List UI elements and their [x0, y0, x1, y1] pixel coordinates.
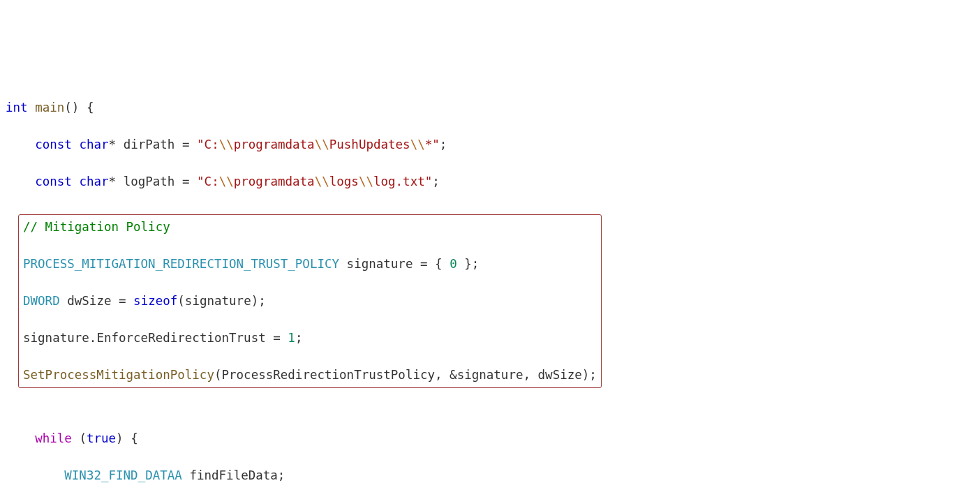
- str: PushUpdates: [329, 138, 410, 151]
- code-line: const char* logPath = "C:\\programdata\\…: [6, 172, 974, 191]
- esc: \\: [315, 138, 329, 151]
- esc: \\: [359, 175, 373, 188]
- code-line: signature.EnforceRedirectionTrust = 1;: [23, 329, 597, 348]
- type-policy: PROCESS_MITIGATION_REDIRECTION_TRUST_POL…: [23, 257, 339, 271]
- quote: ": [197, 138, 205, 151]
- blank-line: [6, 392, 974, 411]
- star: *: [109, 175, 117, 188]
- semi: ;: [432, 175, 440, 188]
- paren: ): [116, 431, 124, 445]
- quote: ": [425, 175, 433, 188]
- brace-open: {: [435, 257, 443, 271]
- semi: ;: [589, 368, 597, 382]
- code-block: int main() { const char* dirPath = "C:\\…: [6, 80, 974, 490]
- id: signature: [23, 331, 89, 345]
- code-line: WIN32_FIND_DATAA findFileData;: [6, 466, 974, 485]
- esc: \\: [410, 138, 425, 151]
- type-dword: DWORD: [23, 294, 60, 308]
- esc: \\: [219, 175, 234, 188]
- kw-char: char: [79, 175, 108, 188]
- str: logs: [329, 175, 359, 188]
- code-line: const char* dirPath = "C:\\programdata\\…: [6, 135, 974, 154]
- str: log.txt: [373, 175, 425, 188]
- op-eq: =: [420, 257, 428, 271]
- code-line: PROCESS_MITIGATION_REDIRECTION_TRUST_POL…: [23, 255, 597, 274]
- highlight-box: // Mitigation Policy PROCESS_MITIGATION_…: [18, 214, 602, 388]
- esc: \\: [219, 138, 234, 151]
- code-line: SetProcessMitigationPolicy(ProcessRedire…: [23, 366, 597, 385]
- num-zero: 0: [450, 257, 457, 271]
- kw-char: char: [79, 138, 108, 151]
- id: findFileData: [189, 468, 277, 482]
- str: C:: [205, 175, 219, 188]
- quote: ": [197, 175, 205, 188]
- quote: ": [432, 138, 440, 151]
- type-findata: WIN32_FIND_DATAA: [64, 468, 182, 482]
- semi: ;: [258, 294, 266, 308]
- esc: \\: [315, 175, 329, 188]
- brace-open: {: [131, 431, 138, 445]
- str: programdata: [234, 138, 315, 151]
- fn-setpolicy: SetProcessMitigationPolicy: [23, 368, 214, 382]
- kw-sizeof: sizeof: [133, 294, 177, 308]
- dot: .: [89, 331, 97, 345]
- star: *: [109, 138, 117, 151]
- code-line: DWORD dwSize = sizeof(signature);: [23, 292, 597, 311]
- id: signature: [185, 294, 251, 308]
- kw-while: while: [35, 431, 72, 445]
- kw-true: true: [87, 431, 116, 445]
- brace-open: {: [87, 101, 94, 114]
- field: EnforceRedirectionTrust: [96, 331, 265, 345]
- parens: (): [64, 101, 79, 114]
- op-eq: =: [273, 331, 281, 345]
- id-dwsize: dwSize: [67, 294, 111, 308]
- str: *: [425, 138, 433, 151]
- semi: ;: [295, 331, 303, 345]
- kw-int: int: [6, 101, 28, 114]
- id-dirpath: dirPath: [124, 138, 175, 151]
- arg: dwSize: [538, 368, 582, 382]
- semi: ;: [472, 257, 480, 271]
- str: C:: [205, 138, 219, 151]
- id-signature: signature: [347, 257, 413, 271]
- code-line: while (true) {: [6, 429, 974, 448]
- brace-close: }: [464, 257, 472, 271]
- semi: ;: [440, 138, 447, 151]
- comment: // Mitigation Policy: [23, 220, 170, 234]
- op-eq: =: [182, 138, 190, 151]
- paren: (: [79, 431, 87, 445]
- op-eq: =: [119, 294, 126, 308]
- op-eq: =: [182, 175, 190, 188]
- id-logpath: logPath: [124, 175, 175, 188]
- code-line: int main() {: [6, 98, 974, 117]
- num-one: 1: [288, 331, 295, 345]
- kw-const: const: [35, 138, 72, 151]
- arg: signature: [457, 368, 524, 382]
- arg: ProcessRedirectionTrustPolicy: [221, 368, 435, 382]
- str: programdata: [234, 175, 315, 188]
- semi: ;: [278, 468, 285, 482]
- kw-const: const: [35, 175, 72, 188]
- amp: &: [450, 368, 457, 382]
- fn-main: main: [35, 101, 64, 114]
- code-line: // Mitigation Policy: [23, 218, 597, 237]
